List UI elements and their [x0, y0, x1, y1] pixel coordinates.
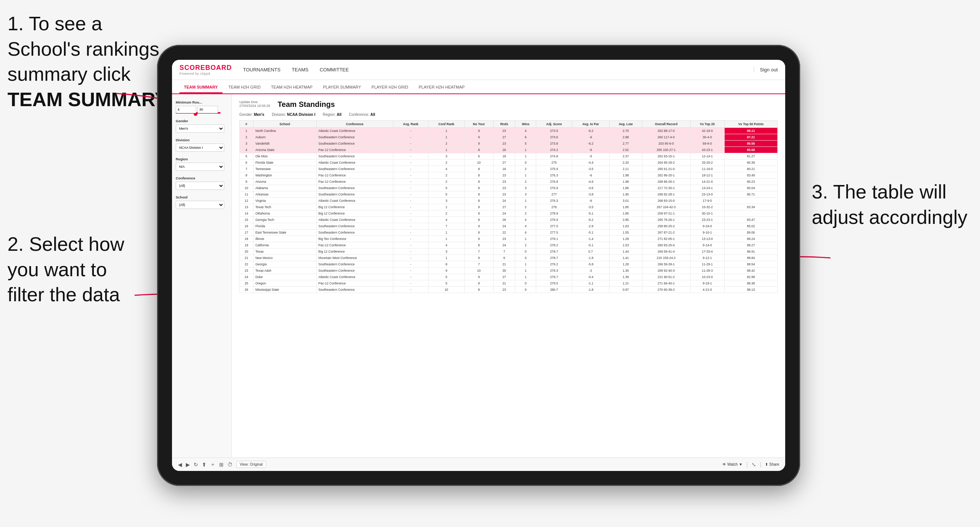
cell-avg-rank: - — [393, 204, 428, 210]
cell-points: 83.34 — [724, 204, 777, 210]
cell-no-tour: 10 — [465, 268, 493, 274]
table-area: Update time: 27/03/2024 16:56:26 Team St… — [232, 94, 785, 457]
cell-school: Florida — [253, 223, 316, 230]
cell-rank: 1 — [240, 128, 253, 134]
cell-wins: 6 — [515, 134, 536, 141]
subnav-team-summary[interactable]: TEAM SUMMARY — [180, 82, 223, 94]
cell-vs25: 23-23-1 — [690, 217, 724, 223]
timer-icon[interactable]: ⏱ — [228, 462, 232, 468]
cell-school: Arizona State — [253, 147, 316, 153]
cell-avg-low: 2.11 — [609, 166, 642, 172]
cell-avg-par: -6.2 — [572, 217, 609, 223]
cell-avg-rank: - — [393, 242, 428, 249]
cell-overall: 268 86-26-1 — [642, 179, 690, 185]
cell-conference: Pac-12 Conference — [316, 280, 393, 287]
cell-vs25: 15-32-2 — [690, 204, 724, 210]
cell-avg-low: 1.28 — [609, 236, 642, 242]
cell-avg-rank: - — [393, 223, 428, 230]
cell-conference: Mountain West Conference — [316, 255, 393, 261]
nav-teams[interactable]: TEAMS — [292, 66, 309, 73]
cell-avg-low: 2.70 — [609, 128, 642, 134]
table-row: 5 Ole Miss Southeastern Conference - 3 6… — [240, 153, 778, 160]
cell-wins: 2 — [515, 242, 536, 249]
cell-points: 86.91 — [724, 249, 777, 255]
cell-avg-low: 1.98 — [609, 179, 642, 185]
cell-avg-low: 1.85 — [609, 210, 642, 217]
resize-icon[interactable]: ⤡ — [751, 462, 756, 468]
sign-out-button[interactable]: Sign out — [754, 67, 778, 73]
divider-1: | — [746, 461, 748, 468]
tabs-icon[interactable]: ⊞ — [219, 462, 224, 468]
cell-avg-par: -3.5 — [572, 204, 609, 210]
share-small-icon[interactable]: ⬆ — [202, 462, 207, 468]
col-avg-rank: Avg. Rank — [393, 121, 428, 128]
col-points: Vs Top 50 Points — [724, 121, 777, 128]
cell-avg-par: -3.8 — [572, 191, 609, 198]
cell-adj-score: 280.7 — [536, 287, 572, 293]
cell-avg-par: -6 — [572, 172, 609, 179]
cell-rank: 6 — [240, 160, 253, 166]
cell-wins: 2 — [515, 204, 536, 210]
back-icon[interactable]: ◀ — [178, 462, 182, 468]
cell-conference: Atlantic Coast Conference — [316, 160, 393, 166]
cell-points: 86.56 — [724, 141, 777, 147]
cell-rank: 16 — [240, 223, 253, 230]
filter-max-input[interactable] — [197, 106, 218, 113]
cell-conference: Southeastern Conference — [316, 191, 393, 198]
cell-conference: Pac-12 Conference — [316, 147, 393, 153]
cell-rnds: 18 — [493, 153, 515, 160]
cell-rnds: 23 — [493, 185, 515, 191]
cell-wins: 4 — [515, 230, 536, 236]
filter-gender-select[interactable]: Men's — [176, 124, 224, 133]
filter-conference-select[interactable]: (All) — [176, 182, 224, 190]
nav-tournaments[interactable]: TOURNAMENTS — [243, 66, 280, 73]
instruction-step2-line3: filter the data — [8, 284, 120, 305]
table-row: 13 Texas Tech Big 12 Conference - 1 9 27… — [240, 204, 778, 210]
cell-conference: Big Ten Conference — [316, 236, 393, 242]
table-row: 6 Florida State Atlantic Coast Conferenc… — [240, 160, 778, 166]
cell-adj-score: 276.8 — [536, 179, 572, 185]
cell-no-tour: 8 — [465, 166, 493, 172]
col-vs25: Vs Top 25 — [690, 121, 724, 128]
logo-text: SCOREBOARD — [180, 64, 232, 72]
share-button[interactable]: ⬆ Share — [765, 462, 779, 467]
cell-no-tour: 9 — [465, 204, 493, 210]
cell-conference: Big 12 Conference — [316, 204, 393, 210]
cell-vs25: 11-29-1 — [690, 261, 724, 268]
cell-conference: Southeastern Conference — [316, 261, 393, 268]
cell-adj-score: 279.3 — [536, 268, 572, 274]
filter-min-input[interactable] — [176, 106, 196, 113]
reload-icon[interactable]: ↻ — [194, 462, 198, 468]
cell-school: Virginia — [253, 198, 316, 204]
cell-vs25: 11-28-3 — [690, 268, 724, 274]
cell-rank: 22 — [240, 261, 253, 268]
cell-wins: 0 — [515, 280, 536, 287]
subnav-player-summary[interactable]: PLAYER SUMMARY — [318, 82, 366, 94]
cell-wins: 1 — [515, 198, 536, 204]
subnav-player-h2h-heatmap[interactable]: PLAYER H2H HEATMAP — [414, 82, 469, 94]
cell-conference: Southeastern Conference — [316, 223, 393, 230]
cell-overall: 265 76-26-1 — [642, 217, 690, 223]
view-original-button[interactable]: View: Original — [236, 461, 266, 468]
subnav-player-h2h-grid[interactable]: PLAYER H2H GRID — [367, 82, 413, 94]
watch-button[interactable]: 👁 Watch ▼ — [722, 462, 743, 467]
cell-rnds: 23 — [493, 141, 515, 147]
cell-avg-par: 0.7 — [572, 249, 609, 255]
cell-conference: Southeastern Conference — [316, 185, 393, 191]
cell-avg-low: 1.55 — [609, 230, 642, 236]
nav-committee[interactable]: COMMITTEE — [320, 66, 349, 73]
bookmark-icon[interactable]: ＋ — [210, 461, 215, 468]
cell-conference: Atlantic Coast Conference — [316, 274, 393, 280]
cell-wins: 3 — [515, 191, 536, 198]
cell-adj-score: 278.7 — [536, 249, 572, 255]
cell-overall: 267 87-21-2 — [642, 230, 690, 236]
subnav-team-h2h-heatmap[interactable]: TEAM H2H HEATMAP — [267, 82, 317, 94]
filter-region-select[interactable]: N/A — [176, 163, 224, 171]
filter-school-select[interactable]: (All) — [176, 201, 224, 209]
filter-division-select[interactable]: NCAA Division I — [176, 143, 224, 152]
forward-icon[interactable]: ▶ — [186, 462, 190, 468]
cell-conf-rank: 8 — [428, 261, 465, 268]
subnav-team-h2h-grid[interactable]: TEAM H2H GRID — [224, 82, 265, 94]
cell-avg-rank: - — [393, 191, 428, 198]
cell-no-tour: 8 — [465, 242, 493, 249]
